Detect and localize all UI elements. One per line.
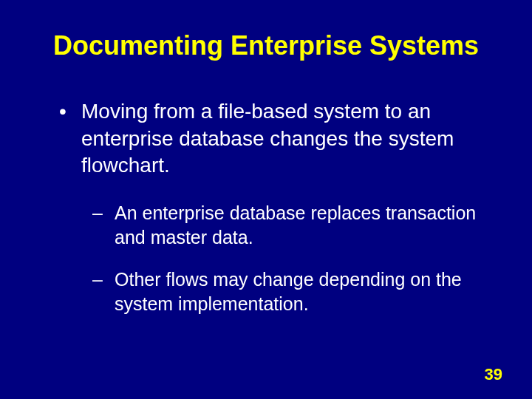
main-bullet: Moving from a file-based system to an en… [59,98,510,179]
sub-bullet-item: Other flows may change depending on the … [92,267,510,316]
page-number: 39 [485,365,502,384]
slide: Documenting Enterprise Systems Moving fr… [0,0,532,399]
slide-title: Documenting Enterprise Systems [22,30,510,61]
sub-bullet-item: An enterprise database replaces transact… [92,201,510,249]
